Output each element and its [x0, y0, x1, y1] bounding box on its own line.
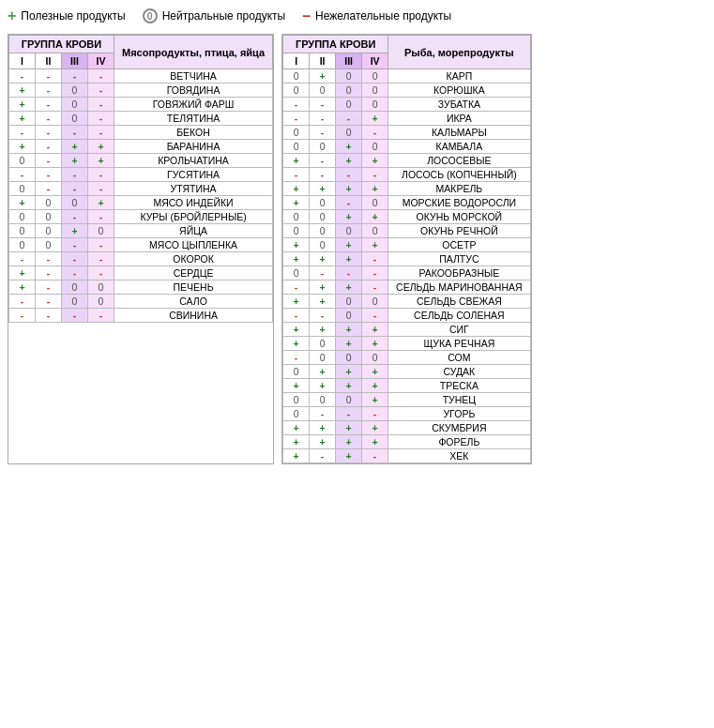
cell-I: + — [9, 112, 36, 126]
cell-I: + — [283, 252, 310, 266]
cell-III: + — [336, 210, 362, 224]
cell-III: + — [336, 421, 362, 435]
table-row: 0000ОКУНЬ РЕЧНОЙ — [283, 224, 531, 238]
cell-II: - — [36, 83, 62, 98]
product-name-cell: МОРСКИЕ ВОДОРОСЛИ — [388, 196, 531, 210]
cell-II: - — [36, 295, 62, 309]
cell-IV: - — [88, 266, 114, 281]
left-col-III: III — [62, 53, 88, 69]
cell-III: + — [336, 238, 362, 252]
cell-IV: + — [362, 337, 388, 351]
cell-III: + — [336, 154, 362, 168]
cell-I: - — [283, 281, 310, 295]
product-name-cell: МЯСО ЦЫПЛЕНКА — [114, 238, 273, 252]
cell-II: - — [36, 154, 62, 168]
cell-III: + — [62, 140, 88, 154]
product-name-cell: СУДАК — [388, 365, 531, 379]
cell-III: - — [336, 112, 362, 126]
cell-I: + — [283, 421, 310, 435]
cell-IV: + — [88, 196, 114, 210]
legend-useful-label: Полезные продукты — [21, 9, 125, 23]
cell-II: - — [36, 252, 62, 266]
cell-IV: 0 — [362, 69, 388, 83]
table-row: 00--КУРЫ (БРОЙЛЕРНЫЕ) — [9, 210, 273, 224]
cell-III: 0 — [62, 196, 88, 210]
table-row: +-0-ГОВЯЖИЙ ФАРШ — [9, 98, 273, 112]
cell-IV: + — [362, 182, 388, 196]
cell-IV: + — [88, 140, 114, 154]
product-name-cell: КАРП — [388, 69, 531, 83]
cell-II: 0 — [310, 393, 336, 407]
cell-IV: + — [362, 421, 388, 435]
cell-I: 0 — [283, 126, 310, 140]
cell-I: 0 — [283, 210, 310, 224]
table-row: -++-СЕЛЬДЬ МАРИНОВАННАЯ — [283, 281, 531, 295]
cell-IV: - — [88, 83, 114, 98]
cell-III: 0 — [336, 69, 362, 83]
table-row: 00+0КАМБАЛА — [283, 140, 531, 154]
cell-III: - — [62, 309, 88, 323]
cell-IV: 0 — [362, 83, 388, 98]
cell-III: - — [62, 182, 88, 196]
product-name-cell: СЕРДЦЕ — [114, 266, 273, 281]
cell-I: 0 — [9, 182, 36, 196]
cell-IV: + — [362, 393, 388, 407]
cell-IV: + — [362, 154, 388, 168]
cell-IV: - — [88, 126, 114, 140]
cell-I: + — [9, 83, 36, 98]
product-name-cell: КАЛЬМАРЫ — [388, 126, 531, 140]
cell-II: 0 — [36, 196, 62, 210]
table-row: ++++СКУМБРИЯ — [283, 421, 531, 435]
cell-III: - — [336, 407, 362, 421]
cell-III: 0 — [62, 295, 88, 309]
right-table: ГРУППА КРОВИ Рыба, морепродукты I II III… — [281, 34, 532, 464]
table-row: 00--МЯСО ЦЫПЛЕНКА — [9, 238, 273, 252]
cell-I: + — [283, 337, 310, 351]
cell-IV: 0 — [362, 295, 388, 309]
product-name-cell: СЕЛЬДЬ СОЛЕНАЯ — [388, 309, 531, 323]
cell-II: - — [36, 98, 62, 112]
cell-III: - — [336, 196, 362, 210]
cell-II: - — [310, 449, 336, 463]
product-name-cell: ТЕЛЯТИНА — [114, 112, 273, 126]
table-row: +-++БАРАНИНА — [9, 140, 273, 154]
table-row: --00САЛО — [9, 295, 273, 309]
cell-IV: - — [88, 112, 114, 126]
product-name-cell: КАМБАЛА — [388, 140, 531, 154]
cell-IV: 0 — [88, 295, 114, 309]
table-row: 00++ОКУНЬ МОРСКОЙ — [283, 210, 531, 224]
right-col-IV: IV — [362, 53, 388, 69]
cell-II: - — [310, 168, 336, 182]
cell-IV: 0 — [88, 224, 114, 238]
cell-IV: + — [362, 379, 388, 393]
cell-III: - — [336, 266, 362, 281]
cell-II: - — [36, 140, 62, 154]
cell-II: 0 — [36, 210, 62, 224]
cell-IV: - — [362, 407, 388, 421]
product-name-cell: ФОРЕЛЬ — [388, 435, 531, 449]
cell-I: 0 — [9, 224, 36, 238]
cell-IV: - — [362, 309, 388, 323]
cell-IV: 0 — [362, 196, 388, 210]
cell-IV: + — [362, 365, 388, 379]
left-col-IV: IV — [88, 53, 114, 69]
cell-III: 0 — [336, 126, 362, 140]
cell-I: + — [283, 379, 310, 393]
cell-II: + — [310, 281, 336, 295]
cell-III: 0 — [62, 83, 88, 98]
cell-III: 0 — [336, 295, 362, 309]
cell-II: - — [310, 98, 336, 112]
left-table: ГРУППА КРОВИ Мясопродукты, птица, яйца I… — [8, 34, 274, 464]
product-name-cell: СЕЛЬДЬ СВЕЖАЯ — [388, 295, 531, 309]
product-name-cell: БЕКОН — [114, 126, 273, 140]
cell-I: - — [283, 351, 310, 365]
product-name-cell: СВИНИНА — [114, 309, 273, 323]
product-name-cell: СКУМБРИЯ — [388, 421, 531, 435]
legend-unwanted: – Нежелательные продукты — [302, 8, 451, 24]
cell-III: 0 — [336, 83, 362, 98]
cell-III: 0 — [336, 393, 362, 407]
table-row: +-++ЛОСОСЕВЫЕ — [283, 154, 531, 168]
cell-I: + — [9, 281, 36, 295]
cell-II: - — [36, 69, 62, 83]
table-row: 0---УТЯТИНА — [9, 182, 273, 196]
